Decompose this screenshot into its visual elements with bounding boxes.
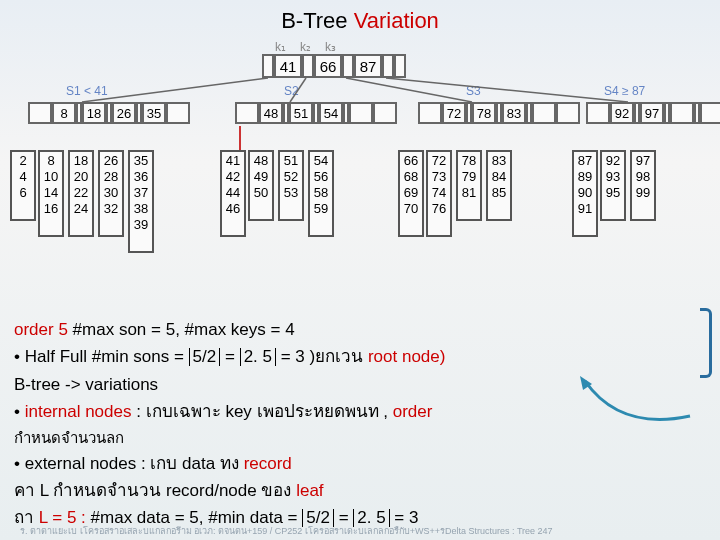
cell-spacer	[373, 102, 397, 124]
leaf-value: 10	[40, 169, 62, 185]
leaf-value: 58	[310, 185, 332, 201]
mid-key: 92	[610, 102, 634, 124]
leaf-value: 32	[100, 201, 122, 217]
txt-int-b: internal nodes	[25, 402, 132, 421]
svg-line-0	[82, 78, 268, 102]
root-spacer	[302, 54, 314, 78]
leaf-value: 37	[130, 185, 152, 201]
leaf-value: 90	[574, 185, 596, 201]
leaf-value: 30	[100, 185, 122, 201]
root-node: 41 66 87	[262, 54, 406, 78]
mid-node-3: 9297	[586, 102, 720, 124]
leaf-value: 69	[400, 185, 422, 201]
mid-key: 72	[442, 102, 466, 124]
leaf-value: 14	[40, 185, 62, 201]
txt-int-c: : เกบเฉพาะ key เพอประหยดพนท ,	[132, 402, 393, 421]
title-prefix: B-Tree	[281, 8, 354, 33]
leaf-node: 41424446	[220, 150, 246, 237]
mid-key: 54	[319, 102, 343, 124]
mid-key: 83	[502, 102, 526, 124]
leaf-node: 87899091	[572, 150, 598, 237]
mid-key: 8	[52, 102, 76, 124]
leaf-node: 484950	[248, 150, 274, 221]
slide-footer: ร. ตาตาแยะเบ เโครอสราอเสละบแกลกอรึาม อเว…	[20, 524, 553, 538]
root-key-2: 87	[354, 54, 382, 78]
leaf-value: 66	[400, 153, 422, 169]
txt-hf-c1: 5/2	[189, 348, 221, 366]
leaf-node: 929395	[600, 150, 626, 221]
leaf-value: 8	[40, 153, 62, 169]
txt-hf-c: root node)	[368, 347, 446, 366]
leaf-value: 93	[602, 169, 624, 185]
leaf-node: 979899	[630, 150, 656, 221]
leaf-value: 28	[100, 169, 122, 185]
leaf-value: 76	[428, 201, 450, 217]
leaf-value: 24	[70, 201, 92, 217]
root-spacer	[262, 54, 274, 78]
leaf-value: 18	[70, 153, 92, 169]
leaf-value: 53	[280, 185, 302, 201]
leaf-node: 838485	[486, 150, 512, 221]
txt-order5: order 5	[14, 320, 68, 339]
leaf-value: 78	[458, 153, 480, 169]
arrow-annotation	[580, 376, 700, 440]
txt-int-a: •	[14, 402, 25, 421]
mid-node-1: 485154	[235, 102, 397, 124]
cell-spacer	[556, 102, 580, 124]
leaf-value: 20	[70, 169, 92, 185]
bracket-annotation	[700, 308, 712, 378]
leaf-value: 4	[12, 169, 34, 185]
leaf-value: 35	[130, 153, 152, 169]
leaf-node: 18202224	[68, 150, 94, 237]
leaf-value: 97	[632, 153, 654, 169]
s2-label: S2	[284, 84, 299, 98]
k2-label: k₂	[300, 40, 311, 54]
slide-title: B-Tree Variation	[0, 0, 720, 40]
svg-line-3	[386, 78, 628, 102]
mid-key: 26	[112, 102, 136, 124]
btree-diagram: k₁ k₂ k₃ 41 66 87 S1 < 41 S2 S3 S4 ≥ 87	[10, 40, 710, 320]
leaf-value: 91	[574, 201, 596, 217]
leaf-value: 89	[574, 169, 596, 185]
txt-ext-a: • external nodes : เกบ data ทง	[14, 454, 244, 473]
leaf-value: 81	[458, 185, 480, 201]
leaf-value: 73	[428, 169, 450, 185]
leaf-node: 246	[10, 150, 36, 221]
txt-hf-a: • Half Full #min sons =	[14, 347, 189, 366]
leaf-value: 54	[310, 153, 332, 169]
leaf-value: 85	[488, 185, 510, 201]
mid-key: 48	[259, 102, 283, 124]
cell-spacer	[235, 102, 259, 124]
leaf-value: 46	[222, 201, 244, 217]
leaf-value: 48	[250, 153, 272, 169]
mid-key: 18	[82, 102, 106, 124]
para-halffull: • Half Full #min sons = 5/2 = 2. 5 = 3 )…	[14, 344, 706, 370]
mid-node-0: 8182635	[28, 102, 190, 124]
leaf-node: 8101416	[38, 150, 64, 237]
mid-key	[700, 102, 720, 124]
leaf-value: 99	[632, 185, 654, 201]
leaf-node: 787981	[456, 150, 482, 221]
leaf-value: 59	[310, 201, 332, 217]
mid-key	[349, 102, 373, 124]
mid-key: 97	[640, 102, 664, 124]
txt-L-a: คา L กำหนดจำนวน record/node ของ	[14, 481, 296, 500]
leaf-value: 38	[130, 201, 152, 217]
leaf-value: 74	[428, 185, 450, 201]
mid-key	[532, 102, 556, 124]
leaf-value: 50	[250, 185, 272, 201]
para-L: คา L กำหนดจำนวน record/node ของ leaf	[14, 478, 706, 504]
txt-ext-b: record	[244, 454, 292, 473]
leaf-value: 6	[12, 185, 34, 201]
leaf-value: 83	[488, 153, 510, 169]
leaf-value: 26	[100, 153, 122, 169]
root-key-1: 66	[314, 54, 342, 78]
leaf-node: 515253	[278, 150, 304, 221]
root-key-0: 41	[274, 54, 302, 78]
para-external: • external nodes : เกบ data ทง record	[14, 451, 706, 477]
leaf-value: 16	[40, 201, 62, 217]
leaf-value: 98	[632, 169, 654, 185]
leaf-value: 52	[280, 169, 302, 185]
leaf-value: 49	[250, 169, 272, 185]
txt-hf-eq: =	[220, 347, 239, 366]
